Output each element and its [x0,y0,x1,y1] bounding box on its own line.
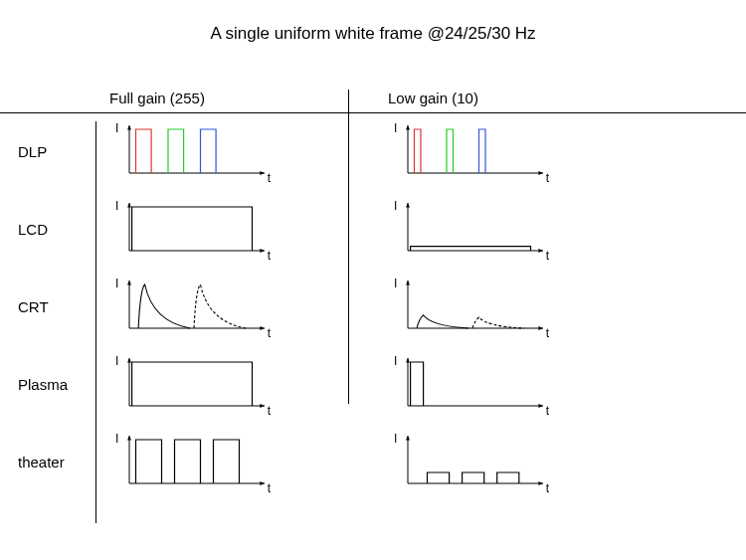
plot-theater-low: It [388,432,547,491]
svg-marker-1 [127,125,131,130]
svg-marker-19 [260,326,265,330]
svg-marker-21 [406,280,410,285]
row-label-lcd: LCD [18,221,88,238]
svg-marker-7 [538,171,543,175]
row-label-plasma: Plasma [18,376,88,393]
plot-dlp-full: It [109,121,269,181]
svg-marker-27 [260,404,265,408]
label-divider-line [95,121,96,523]
diagram-page: A single uniform white frame @24/25/30 H… [0,0,746,560]
svg-marker-11 [260,249,265,253]
plot-plasma-full: It [109,354,269,414]
plot-theater-full: It [109,432,269,491]
svg-marker-13 [406,203,410,208]
plot-dlp-low: It [388,121,547,181]
svg-marker-39 [538,481,543,485]
column-divider-line [348,90,349,404]
svg-marker-9 [127,203,131,208]
col-header-full: Full gain (255) [109,90,205,106]
row-label-dlp: DLP [18,143,88,160]
svg-marker-33 [127,436,131,441]
svg-marker-37 [406,436,410,441]
svg-marker-35 [260,481,265,485]
svg-marker-5 [406,125,410,130]
page-title: A single uniform white frame @24/25/30 H… [0,24,746,44]
plot-crt-full: It [109,277,269,336]
svg-marker-17 [127,280,131,285]
plot-lcd-full: It [109,199,269,259]
svg-marker-3 [260,171,265,175]
row-label-theater: theater [18,454,88,470]
svg-marker-15 [538,249,543,253]
svg-marker-29 [406,358,410,363]
svg-marker-23 [538,326,543,330]
col-header-low: Low gain (10) [388,90,478,106]
svg-marker-25 [127,358,131,363]
top-divider-line [0,112,746,113]
row-label-crt: CRT [18,298,88,315]
svg-marker-31 [538,404,543,408]
plot-lcd-low: It [388,199,547,259]
plot-plasma-low: It [388,354,547,414]
plot-crt-low: It [388,277,547,336]
